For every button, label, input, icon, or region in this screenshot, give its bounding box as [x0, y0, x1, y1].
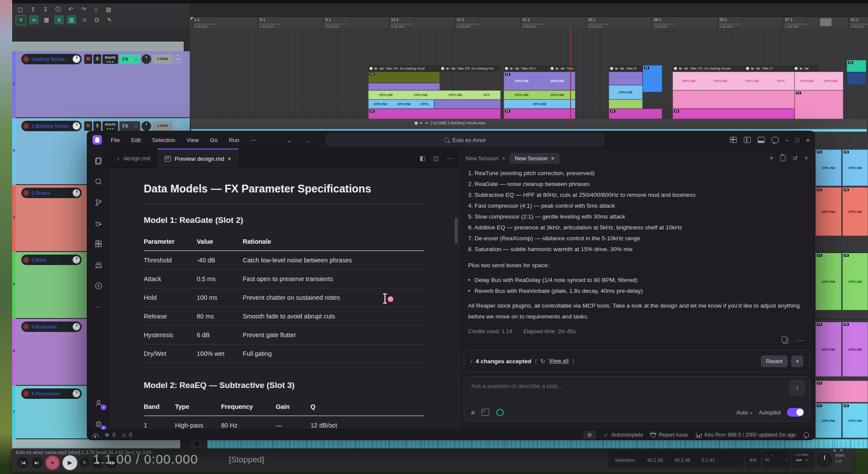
- selection-start[interactable]: 40.1.06: [647, 457, 663, 463]
- command-center-search[interactable]: Esto es Amor: [326, 134, 604, 146]
- save-project-icon[interactable]: ↧: [41, 5, 50, 14]
- chat-tab-close-icon[interactable]: ×: [551, 155, 554, 162]
- solo-button[interactable]: S: [93, 54, 101, 64]
- more-views-icon[interactable]: ⋯: [93, 302, 104, 312]
- editor-scrollbar-thumb[interactable]: [455, 218, 458, 243]
- autocomplete-status[interactable]: ✓Autocomplete: [604, 432, 643, 438]
- fx-button[interactable]: FX○: [119, 54, 140, 64]
- send-button[interactable]: ↑: [789, 380, 805, 396]
- go-to-end-button[interactable]: ▶|: [31, 457, 43, 468]
- extensions-icon[interactable]: [93, 239, 104, 249]
- media-item[interactable]: FX: [368, 72, 440, 83]
- media-item[interactable]: FX: [847, 60, 866, 72]
- settings-gear-icon[interactable]: ⚙1: [93, 419, 104, 429]
- more-icon[interactable]: ⋯: [797, 336, 804, 345]
- context-hash-icon[interactable]: #: [471, 409, 475, 416]
- track-header[interactable]: 5 Percussion: [21, 388, 82, 399]
- volume-knob[interactable]: [73, 390, 80, 398]
- repeat-button[interactable]: ↻: [80, 458, 89, 467]
- tab-preview-design-md[interactable]: Preview design.md ×: [158, 149, 238, 168]
- take-header[interactable]: MFX: [793, 65, 818, 72]
- ruler-mark[interactable]: 1.10:00.000: [192, 17, 257, 28]
- mode-select[interactable]: Auto ∨: [736, 409, 753, 416]
- media-item[interactable]: FX: [643, 65, 662, 92]
- record-button[interactable]: ●: [45, 455, 60, 470]
- redo-icon[interactable]: ↷: [79, 5, 88, 14]
- new-project-icon[interactable]: ▢: [16, 5, 25, 14]
- chat-tab-close-icon[interactable]: ×: [502, 155, 505, 162]
- run-debug-icon[interactable]: [93, 218, 104, 229]
- dropdown-icon[interactable]: ▼: [805, 459, 808, 462]
- undo-icon[interactable]: ↶: [66, 5, 76, 14]
- media-item[interactable]: FXOFFLINE: [815, 322, 842, 377]
- media-item[interactable]: OFFLINE: [609, 85, 643, 99]
- split-editor-icon[interactable]: [744, 137, 751, 143]
- metronome-icon[interactable]: ⌂: [91, 5, 101, 14]
- attach-image-icon[interactable]: [482, 409, 489, 416]
- media-item[interactable]: OFFLINE: [504, 99, 575, 109]
- track-header[interactable]: Leading Vocals: [21, 54, 82, 64]
- media-item[interactable]: OFFLINEOFFLINEOFFLINEOFF: [368, 90, 501, 99]
- trim-button[interactable]: ∧TRIM: [152, 121, 172, 131]
- global-automation-box[interactable]: ∧ GLOBAL OFF▼: [792, 451, 815, 469]
- selection-box[interactable]: Selection: 40.1.06 40.2.48 0.1.41: [608, 451, 743, 469]
- take-header[interactable]: MFXTake 2/3: 10-Leading Vocals: [673, 65, 745, 72]
- autopilot-toggle[interactable]: [787, 408, 804, 417]
- track-header[interactable]: 2 Drums: [21, 188, 82, 198]
- close-panel-icon[interactable]: ×: [805, 155, 808, 162]
- chat-tab-active[interactable]: New Session ×: [509, 153, 559, 164]
- nav-back-button[interactable]: ←: [287, 136, 293, 144]
- open-changes-icon[interactable]: ◧: [420, 155, 426, 162]
- time-signature[interactable]: 4/4: [745, 451, 761, 469]
- record-arm-button[interactable]: [23, 390, 30, 397]
- report-issue[interactable]: Report issue: [651, 432, 688, 438]
- rate-value[interactable]: 1.0: [835, 458, 845, 464]
- timeline-ruler[interactable]: 1.10:00.0005.10:12.0009.10:24.00013.10:3…: [190, 17, 868, 28]
- phase-button[interactable]: ø: [174, 55, 182, 63]
- media-item[interactable]: FXOFFLINE: [842, 322, 868, 377]
- media-item[interactable]: FXOFFLINE: [842, 253, 868, 310]
- media-item[interactable]: [434, 99, 501, 109]
- percussion-item-strip[interactable]: [207, 439, 868, 448]
- volume-knob[interactable]: [73, 323, 80, 331]
- menu-item-4[interactable]: Go: [210, 137, 218, 143]
- trim-button[interactable]: ∧TRIM: [152, 54, 172, 64]
- media-item[interactable]: FXOFFLINE: [815, 403, 842, 438]
- kiro-autopilot-icon[interactable]: [93, 281, 104, 291]
- route-button[interactable]: ROUTE: [102, 121, 118, 131]
- go-to-start-button[interactable]: |◀: [17, 457, 29, 468]
- media-item[interactable]: OFFLINEOFFLINE: [795, 72, 843, 90]
- transport-time[interactable]: 1.1.00 / 0:00.000: [93, 452, 198, 467]
- menu-item-3[interactable]: View: [187, 137, 199, 143]
- dismiss-button[interactable]: ×: [791, 355, 803, 367]
- remote-tunnel-icon[interactable]: [92, 434, 99, 438]
- new-session-icon[interactable]: +: [769, 154, 773, 162]
- model-status-icon[interactable]: [496, 409, 504, 416]
- menu-item-5[interactable]: Run: [229, 137, 239, 143]
- media-item[interactable]: FXOFFLINE: [815, 187, 842, 236]
- chat-icon[interactable]: [772, 137, 779, 143]
- track-header[interactable]: 3 Bass: [21, 255, 82, 265]
- media-item[interactable]: FX: [504, 109, 575, 119]
- scroll-dot[interactable]: [201, 442, 205, 446]
- selection-length[interactable]: 0.1.41: [702, 457, 715, 463]
- record-arm-button[interactable]: [23, 123, 30, 129]
- ripple-edit-icon[interactable]: ⊃: [79, 15, 89, 24]
- media-item[interactable]: OFFLINEOFFLINEOFFL: [368, 99, 434, 109]
- media-item[interactable]: [368, 83, 440, 90]
- open-project-icon[interactable]: ↥: [28, 5, 38, 14]
- revert-button[interactable]: Revert: [761, 355, 788, 367]
- phase-button[interactable]: ø: [174, 122, 182, 130]
- chat-input-box[interactable]: Ask a question or describe a task... ↑ #…: [464, 376, 810, 421]
- pan-knob[interactable]: [142, 54, 151, 64]
- menu-item-2[interactable]: Selection: [152, 137, 175, 143]
- ruler-mark[interactable]: 17.10:48.000: [455, 17, 520, 28]
- fx-button[interactable]: FX○: [119, 121, 140, 131]
- customize-layout-icon[interactable]: [730, 137, 737, 143]
- media-item[interactable]: FX: [815, 381, 868, 402]
- history-icon[interactable]: ↺: [792, 155, 798, 162]
- ruler-mark[interactable]: 21.11:00.000: [520, 17, 585, 28]
- take-header[interactable]: MFXTake 2/:: [745, 65, 793, 72]
- record-arm-button[interactable]: [23, 256, 30, 263]
- ruler-mark[interactable]: 9.10:24.000: [323, 17, 388, 28]
